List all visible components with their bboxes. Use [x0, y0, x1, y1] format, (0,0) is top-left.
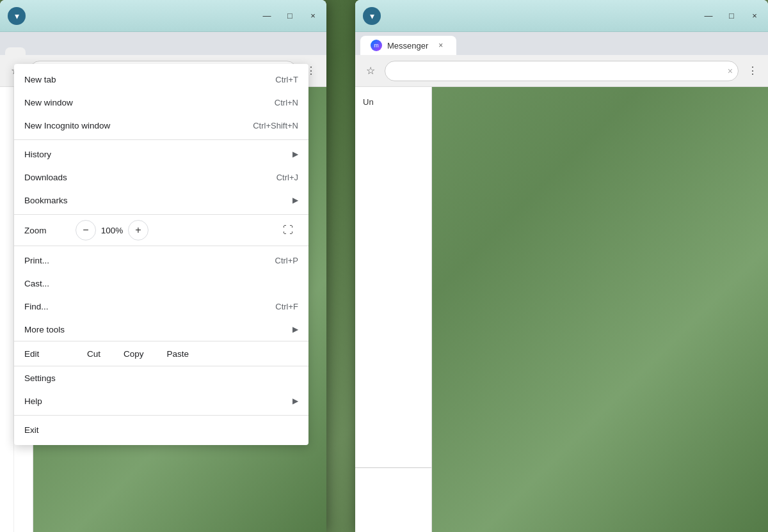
menu-history-label-left: History	[24, 150, 287, 159]
tab-bar-right: m Messenger ×	[355, 32, 768, 55]
menu-incognito-shortcut-left: Ctrl+Shift+N	[253, 121, 298, 130]
maximize-button-left[interactable]: □	[284, 10, 296, 22]
divider-4-left	[14, 415, 308, 416]
menu-history-left[interactable]: History ▶	[14, 143, 308, 166]
underline-right	[355, 467, 431, 468]
menu-new-tab-left[interactable]: New tab Ctrl+T	[14, 68, 308, 91]
minimize-button-right[interactable]: —	[703, 10, 714, 22]
copy-button-left[interactable]: Copy	[112, 345, 156, 363]
toolbar-right: ☆ × ⋮	[355, 55, 768, 87]
menu-dropdown-left: New tab Ctrl+T New window Ctrl+N New Inc…	[14, 64, 308, 445]
menu-more-tools-label-left: More tools	[24, 325, 287, 334]
address-bar-right[interactable]: ×	[385, 61, 739, 81]
active-tab-left[interactable]	[5, 47, 26, 55]
menu-incognito-left[interactable]: New Incognito window Ctrl+Shift+N	[14, 114, 308, 137]
menu-new-window-shortcut-left: Ctrl+N	[275, 98, 298, 107]
tab-bar-left	[0, 32, 326, 55]
left-edge-left	[0, 87, 14, 532]
titlebar-left: ▾ — □ ×	[0, 0, 326, 32]
menu-icon-right: ⋮	[748, 65, 758, 77]
menu-new-window-label-left: New window	[24, 98, 275, 107]
divider-1-left	[14, 139, 308, 140]
menu-edit-row-left: Edit Cut Copy Paste	[14, 341, 308, 366]
bookmark-button-right[interactable]: ☆	[360, 61, 381, 81]
profile-icon-right[interactable]: ▾	[363, 7, 381, 25]
zoom-value-left: 100%	[96, 226, 128, 235]
divider-2-left	[14, 214, 308, 215]
paste-button-left[interactable]: Paste	[156, 345, 201, 363]
profile-icon-left[interactable]: ▾	[8, 7, 26, 25]
menu-find-label-left: Find...	[24, 302, 275, 311]
close-button-left[interactable]: ×	[307, 10, 319, 22]
menu-exit-label-left: Exit	[24, 425, 298, 435]
profile-icon-arrow-right: ▾	[370, 11, 374, 21]
page-text-right: Un	[355, 87, 431, 117]
help-arrow-left: ▶	[292, 396, 298, 405]
edit-buttons-left: Cut Copy Paste	[76, 345, 200, 363]
messenger-tab[interactable]: m Messenger ×	[360, 36, 456, 55]
edit-label-left: Edit	[24, 349, 63, 359]
chrome-menu-left: New tab Ctrl+T New window Ctrl+N New Inc…	[14, 64, 308, 445]
menu-downloads-shortcut-left: Ctrl+J	[276, 173, 298, 182]
window-controls-left: — □ ×	[261, 10, 319, 22]
browser-window-right: ▾ — □ × m Messenger × ☆ × ⋮	[355, 0, 768, 532]
titlebar-right: ▾ — □ ×	[355, 0, 768, 32]
maximize-button-right[interactable]: □	[726, 10, 737, 22]
menu-button-right[interactable]: ⋮	[742, 61, 763, 81]
menu-cast-left[interactable]: Cast...	[14, 272, 308, 295]
menu-downloads-left[interactable]: Downloads Ctrl+J	[14, 166, 308, 189]
zoom-label-left: Zoom	[24, 226, 76, 235]
divider-3-left	[14, 246, 308, 246]
minimize-button-left[interactable]: —	[261, 10, 273, 22]
left-content-strip-right: Un	[355, 87, 432, 532]
more-tools-arrow-left: ▶	[292, 325, 298, 334]
zoom-plus-left[interactable]: +	[128, 220, 148, 240]
menu-print-label-left: Print...	[24, 256, 275, 265]
zoom-fullscreen-left[interactable]: ⛶	[278, 220, 298, 240]
menu-more-tools-left[interactable]: More tools ▶	[14, 318, 308, 341]
menu-settings-left[interactable]: Settings	[14, 366, 308, 389]
zoom-minus-left[interactable]: −	[76, 220, 96, 240]
fullscreen-icon-left: ⛶	[283, 224, 293, 236]
messenger-icon: m	[371, 40, 382, 51]
bookmark-icon-right: ☆	[366, 65, 375, 77]
menu-zoom-row-left: Zoom − 100% + ⛶	[14, 217, 308, 243]
page-area-right: Un	[355, 87, 768, 532]
browser-window-left: ▾ — □ × ☆ ⋮	[0, 0, 326, 532]
menu-help-left[interactable]: Help ▶	[14, 389, 308, 412]
bookmarks-arrow-left: ▶	[292, 196, 298, 205]
menu-cast-label-left: Cast...	[24, 279, 298, 288]
tab-close-icon[interactable]: ×	[438, 41, 443, 50]
menu-exit-left[interactable]: Exit	[14, 418, 308, 441]
menu-downloads-label-left: Downloads	[24, 173, 276, 182]
menu-help-label-left: Help	[24, 396, 287, 406]
cut-button-left[interactable]: Cut	[76, 345, 112, 363]
menu-bookmarks-label-left: Bookmarks	[24, 196, 287, 205]
menu-new-tab-shortcut-left: Ctrl+T	[275, 75, 298, 84]
menu-new-tab-label-left: New tab	[24, 75, 275, 84]
menu-incognito-label-left: New Incognito window	[24, 121, 253, 130]
menu-print-left[interactable]: Print... Ctrl+P	[14, 249, 308, 272]
menu-bookmarks-left[interactable]: Bookmarks ▶	[14, 189, 308, 212]
menu-new-window-left[interactable]: New window Ctrl+N	[14, 91, 308, 114]
menu-print-shortcut-left: Ctrl+P	[275, 256, 298, 265]
address-clear-icon[interactable]: ×	[728, 66, 733, 76]
messenger-tab-label: Messenger	[387, 41, 428, 51]
menu-find-left[interactable]: Find... Ctrl+F	[14, 295, 308, 318]
menu-settings-label-left: Settings	[24, 373, 298, 383]
menu-find-shortcut-left: Ctrl+F	[275, 302, 298, 311]
close-button-right[interactable]: ×	[749, 10, 760, 22]
window-controls-right: — □ ×	[703, 10, 760, 22]
history-arrow-left: ▶	[292, 150, 298, 159]
